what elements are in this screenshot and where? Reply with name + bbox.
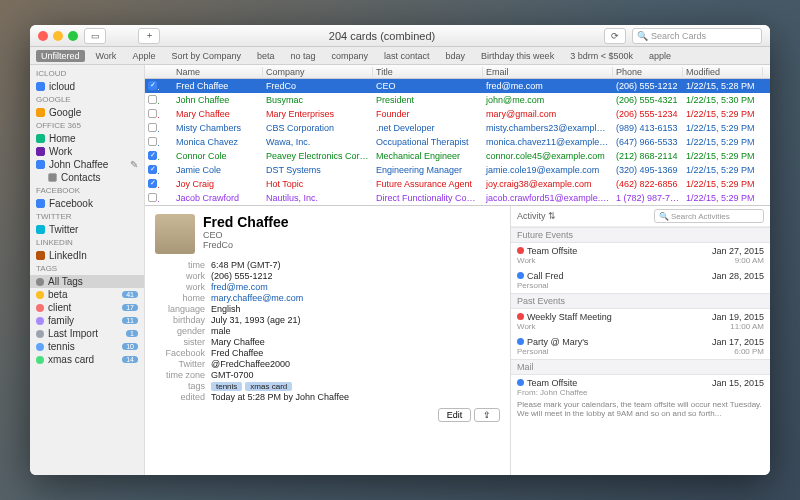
filter-chip[interactable]: apple — [644, 50, 676, 62]
minimize-icon[interactable] — [53, 31, 63, 41]
field-value[interactable]: mary.chaffee@me.com — [211, 293, 303, 303]
filter-chip[interactable]: last contact — [379, 50, 435, 62]
search-cards-input[interactable]: 🔍Search Cards — [632, 28, 762, 44]
row-checkbox[interactable] — [148, 193, 157, 202]
column-header[interactable]: Modified — [683, 67, 763, 77]
table-row[interactable]: Jamie ColeDST SystemsEngineering Manager… — [145, 163, 770, 177]
field-value: 6:48 PM (GMT-7) — [211, 260, 281, 270]
table-row[interactable]: Joy CraigHot TopicFuture Assurance Agent… — [145, 177, 770, 191]
sidebar-item[interactable]: icloud — [30, 80, 144, 93]
field-value: Fred Chaffee — [211, 348, 263, 358]
table-row[interactable]: Monica ChavezWawa, Inc.Occupational Ther… — [145, 135, 770, 149]
tag-pill[interactable]: xmas card — [245, 382, 292, 391]
sort-icon[interactable]: ⇅ — [548, 211, 556, 221]
checkbox-icon[interactable] — [36, 147, 45, 156]
filter-chip[interactable]: Sort by Company — [166, 50, 246, 62]
add-button[interactable]: ＋ — [138, 28, 160, 44]
checkbox-icon[interactable] — [36, 199, 45, 208]
sidebar-section-header: TWITTER — [30, 210, 144, 223]
sidebar-item[interactable]: LinkedIn — [30, 249, 144, 262]
edit-icon[interactable]: ✎ — [130, 159, 138, 170]
tag-item[interactable]: All Tags — [30, 275, 144, 288]
column-header[interactable]: Email — [483, 67, 613, 77]
filter-chip[interactable]: beta — [252, 50, 280, 62]
filter-chip[interactable]: company — [327, 50, 374, 62]
activity-item[interactable]: Weekly Staff MeetingJan 19, 2015Work11:0… — [511, 309, 770, 334]
mail-preview: Please mark your calendars, the team off… — [511, 400, 770, 422]
row-checkbox[interactable] — [148, 109, 157, 118]
field-value: (206) 555-1212 — [211, 271, 273, 281]
field-value: male — [211, 326, 231, 336]
tag-pill[interactable]: tennis — [211, 382, 242, 391]
checkbox-icon[interactable] — [36, 134, 45, 143]
sidebar-item[interactable]: Home — [30, 132, 144, 145]
filter-chip[interactable]: 3 bdrm < $500k — [565, 50, 638, 62]
zoom-icon[interactable] — [68, 31, 78, 41]
sidebar-toggle-button[interactable]: ▭ — [84, 28, 106, 44]
checkbox-icon[interactable] — [36, 160, 45, 169]
field-label: time — [155, 260, 205, 270]
sidebar-section-header: ICLOUD — [30, 67, 144, 80]
tag-item[interactable]: client17 — [30, 301, 144, 314]
row-checkbox[interactable] — [148, 81, 157, 90]
sidebar-item[interactable]: Twitter — [30, 223, 144, 236]
tag-item[interactable]: Last Import1 — [30, 327, 144, 340]
tag-item[interactable]: beta41 — [30, 288, 144, 301]
tag-dot-icon — [36, 304, 44, 312]
share-button[interactable]: ⇪ — [474, 408, 500, 422]
event-dot-icon — [517, 313, 524, 320]
field-value[interactable]: fred@me.com — [211, 282, 268, 292]
count-badge: 17 — [122, 304, 138, 311]
sidebar-item[interactable]: Facebook — [30, 197, 144, 210]
count-badge: 10 — [122, 343, 138, 350]
checkbox-icon[interactable] — [36, 108, 45, 117]
filter-chip[interactable]: bday — [441, 50, 471, 62]
filter-chip[interactable]: no tag — [285, 50, 320, 62]
row-checkbox[interactable] — [148, 179, 157, 188]
edit-button[interactable]: Edit — [438, 408, 472, 422]
column-header[interactable]: Company — [263, 67, 373, 77]
search-activities-input[interactable]: 🔍Search Activities — [654, 209, 764, 223]
filter-chip[interactable]: Birthday this week — [476, 50, 559, 62]
checkbox-icon[interactable] — [36, 82, 45, 91]
tag-item[interactable]: xmas card14 — [30, 353, 144, 366]
column-header[interactable]: Phone — [613, 67, 683, 77]
activity-section-header: Future Events — [511, 227, 770, 243]
contact-card: Fred Chaffee CEO FredCo time6:48 PM (GMT… — [145, 206, 510, 475]
tag-dot-icon — [36, 343, 44, 351]
filter-chip[interactable]: Work — [91, 50, 122, 62]
activity-item[interactable]: Call FredJan 28, 2015Personal — [511, 268, 770, 293]
column-header[interactable]: Name — [173, 67, 263, 77]
table-row[interactable]: John ChaffeeBusymacPresidentjohn@me.com(… — [145, 93, 770, 107]
sidebar-item[interactable]: Google — [30, 106, 144, 119]
row-checkbox[interactable] — [148, 137, 157, 146]
card-title: CEO — [203, 230, 289, 240]
tag-item[interactable]: family11 — [30, 314, 144, 327]
activity-item[interactable]: Team OffsiteJan 15, 2015From: John Chaff… — [511, 375, 770, 400]
sidebar-item[interactable]: Work — [30, 145, 144, 158]
activity-item[interactable]: Team OffsiteJan 27, 2015Work9:00 AM — [511, 243, 770, 268]
table-row[interactable]: Mary ChaffeeMary EnterprisesFoundermary@… — [145, 107, 770, 121]
row-checkbox[interactable] — [148, 95, 157, 104]
avatar — [155, 214, 195, 254]
filter-chip[interactable]: Apple — [127, 50, 160, 62]
refresh-button[interactable]: ⟳ — [604, 28, 626, 44]
filter-chip[interactable]: Unfiltered — [36, 50, 85, 62]
tag-item[interactable]: tennis10 — [30, 340, 144, 353]
table-row[interactable]: Fred ChaffeeFredCoCEOfred@me.com(206) 55… — [145, 79, 770, 93]
row-checkbox[interactable] — [148, 151, 157, 160]
close-icon[interactable] — [38, 31, 48, 41]
column-header[interactable]: Title — [373, 67, 483, 77]
activity-item[interactable]: Party @ Mary'sJan 17, 2015Personal6:00 P… — [511, 334, 770, 359]
table-row[interactable]: Connor ColePeavey Electronics Corpor...M… — [145, 149, 770, 163]
row-checkbox[interactable] — [148, 165, 157, 174]
checkbox-icon[interactable] — [36, 251, 45, 260]
row-checkbox[interactable] — [148, 123, 157, 132]
checkbox-icon[interactable] — [48, 173, 57, 182]
checkbox-icon[interactable] — [36, 225, 45, 234]
table-row[interactable]: Jacob CrawfordNautilus, Inc.Direct Funct… — [145, 191, 770, 205]
activity-section-header: Past Events — [511, 293, 770, 309]
sidebar-item[interactable]: John Chaffee✎ — [30, 158, 144, 171]
table-row[interactable]: Misty ChambersCBS Corporation.net Develo… — [145, 121, 770, 135]
sidebar-item[interactable]: Contacts — [30, 171, 144, 184]
